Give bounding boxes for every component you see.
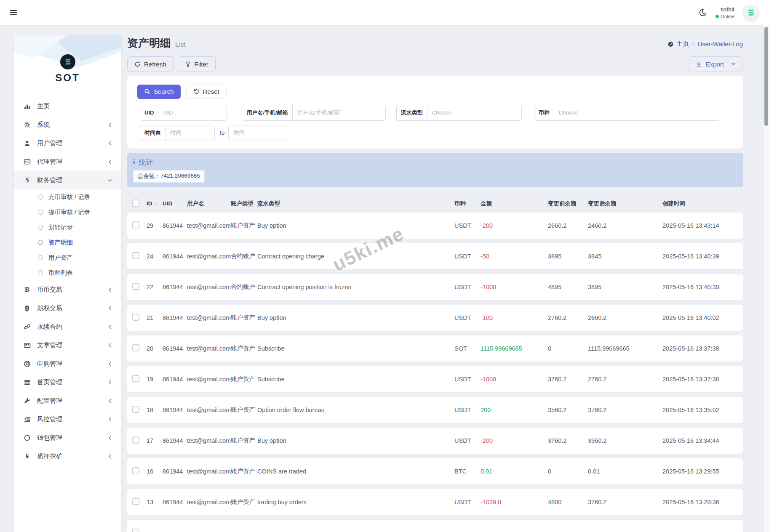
hamburger-menu-icon[interactable] bbox=[10, 10, 17, 15]
row-checkbox[interactable] bbox=[132, 252, 139, 259]
row-checkbox[interactable] bbox=[132, 467, 139, 474]
chevron-left-icon bbox=[108, 325, 112, 329]
cell-balance-before: 0 bbox=[548, 468, 588, 475]
online-status-dot bbox=[716, 15, 719, 18]
dark-mode-moon-icon[interactable] bbox=[699, 8, 707, 17]
sidebar-item[interactable]: 配置管理 bbox=[14, 391, 121, 410]
cell-uid: 861944 bbox=[163, 499, 187, 505]
sidebar-item[interactable]: ¥ 质押挖矿 bbox=[14, 447, 121, 466]
uid-input[interactable] bbox=[158, 105, 227, 121]
sidebar-item[interactable]: $ 财务管理 bbox=[14, 171, 121, 189]
user-menu[interactable]: sotbit Online bbox=[716, 5, 734, 19]
chevron-left-icon bbox=[108, 122, 112, 127]
cell-amount: -200 bbox=[481, 222, 548, 229]
cell-balance-after: 3845 bbox=[588, 253, 662, 260]
col-id[interactable]: ID↑ bbox=[147, 200, 163, 207]
sidebar-subitem[interactable]: 用户资产 bbox=[14, 250, 121, 265]
sidebar-item[interactable]: 主页 bbox=[14, 97, 121, 115]
row-checkbox[interactable] bbox=[132, 375, 139, 382]
breadcrumb-separator: / bbox=[692, 40, 694, 48]
row-checkbox[interactable] bbox=[132, 436, 139, 444]
cell-coin: USDT bbox=[454, 314, 481, 321]
sidebar-item[interactable]: 申购管理 bbox=[14, 354, 121, 373]
refresh-button[interactable]: Refresh bbox=[127, 56, 174, 72]
cell-id: 29 bbox=[147, 222, 163, 229]
statistics-panel: i 统计 总金额：7421.20669665 bbox=[127, 153, 743, 187]
cell-flow-type: Buy option bbox=[257, 314, 454, 321]
cell-account-type: 账户资产 bbox=[231, 375, 257, 383]
reset-button[interactable]: Reset bbox=[186, 85, 227, 99]
cell-account-type: 账户资产 bbox=[231, 467, 257, 475]
sidebar-item[interactable]: 文章管理 bbox=[14, 336, 121, 354]
cell-flow-type: Subscribe bbox=[257, 376, 454, 383]
cell-username: test@gmail.com bbox=[187, 345, 231, 352]
circle-icon bbox=[23, 434, 31, 442]
sidebar-subitem[interactable]: 充币审核 / 记录 bbox=[14, 189, 121, 205]
avatar[interactable] bbox=[743, 5, 759, 21]
row-checkbox[interactable] bbox=[132, 406, 139, 413]
bitcoin-icon: ฿ bbox=[23, 304, 31, 313]
row-checkbox[interactable] bbox=[132, 498, 139, 505]
breadcrumb-home-link[interactable]: 主页 bbox=[668, 40, 689, 48]
user-input[interactable] bbox=[292, 105, 386, 121]
cell-id: 13 bbox=[147, 499, 163, 505]
cell-amount: -100 bbox=[481, 314, 548, 321]
row-checkbox[interactable] bbox=[132, 221, 139, 229]
yen-icon: ¥ bbox=[23, 452, 31, 460]
sidebar-subitem[interactable]: 资产明细 bbox=[14, 235, 121, 250]
col-uid: UID bbox=[163, 200, 187, 207]
sidebar-item[interactable]: 代理管理 bbox=[14, 152, 121, 171]
row-checkbox[interactable] bbox=[132, 529, 139, 532]
time-from-input[interactable] bbox=[165, 125, 215, 141]
row-checkbox[interactable] bbox=[132, 314, 139, 321]
total-amount-value: 7421.20669665 bbox=[160, 173, 200, 180]
main-content: 资产明细 List 主页 / User-Wallet-Log Refresh F… bbox=[127, 25, 743, 532]
time-to-input[interactable] bbox=[228, 125, 287, 141]
row-checkbox[interactable] bbox=[132, 344, 139, 351]
cell-balance-before: 3895 bbox=[548, 253, 588, 260]
table-row: 17 861944 test@gmail.com 账户资产 Buy option… bbox=[127, 428, 743, 454]
cell-balance-after: 0.01 bbox=[588, 468, 662, 475]
sidebar-item[interactable]: 用户管理 bbox=[14, 134, 121, 152]
cell-amount: -1000 bbox=[481, 376, 548, 383]
sidebar-subitem[interactable]: 提币审核 / 记录 bbox=[14, 205, 121, 220]
cell-coin: USDT bbox=[454, 407, 481, 413]
scrollbar-thumb[interactable] bbox=[764, 27, 768, 126]
bullet-circle-icon bbox=[38, 194, 43, 200]
flow-type-select[interactable]: Choose bbox=[427, 105, 522, 121]
chevron-left-icon bbox=[108, 160, 112, 164]
filter-button[interactable]: Filter bbox=[178, 56, 216, 72]
sidebar-item[interactable]: 钱包管理 bbox=[14, 428, 121, 447]
sidebar-item[interactable]: B 币币交易 bbox=[14, 280, 121, 299]
col-username: 用户名 bbox=[187, 200, 231, 207]
chevron-left-icon bbox=[108, 399, 112, 403]
export-button[interactable]: Export bbox=[689, 56, 743, 72]
sidebar-menu: 主页 系统 用户管理 代理管理 $ 财务管理 充币审核 / 记录 提币审核 / … bbox=[14, 97, 121, 466]
cell-account-type: 账户资产 bbox=[231, 314, 257, 322]
breadcrumb-current[interactable]: User-Wallet-Log bbox=[697, 40, 743, 48]
coin-select[interactable]: Choose bbox=[554, 105, 720, 121]
cell-coin: USDT bbox=[454, 284, 481, 290]
coin-label: 币种 bbox=[534, 105, 554, 121]
search-button[interactable]: Search bbox=[137, 85, 181, 99]
cell-flow-type: Buy option bbox=[257, 437, 454, 444]
letter-b-icon: B bbox=[23, 285, 31, 294]
cell-created-at: 2025-05-16 13:37:38 bbox=[662, 345, 743, 352]
breadcrumb: 主页 / User-Wallet-Log bbox=[668, 40, 743, 50]
page-subtitle: List bbox=[175, 41, 186, 50]
sidebar-item[interactable]: 永续合约 bbox=[14, 317, 121, 336]
chevron-left-icon bbox=[108, 454, 112, 459]
bullet-circle-icon bbox=[38, 225, 43, 230]
cell-coin: USDT bbox=[454, 222, 481, 229]
sidebar-item[interactable]: ฿ 期权交易 bbox=[14, 299, 121, 317]
row-checkbox[interactable] bbox=[132, 283, 139, 290]
sidebar-item[interactable]: 风控管理 bbox=[14, 410, 121, 428]
sidebar-item[interactable]: 系统 bbox=[14, 115, 121, 134]
sidebar-subitem[interactable]: 币种列表 bbox=[14, 265, 121, 280]
table-row: 29 861944 test@gmail.com 账户资产 Buy option… bbox=[127, 213, 743, 239]
download-icon bbox=[696, 61, 702, 67]
cell-balance-before: 4800 bbox=[548, 499, 588, 505]
sidebar-item[interactable]: 首页管理 bbox=[14, 373, 121, 391]
sidebar-subitem[interactable]: 划转记录 bbox=[14, 220, 121, 235]
select-all-checkbox[interactable] bbox=[132, 200, 139, 207]
